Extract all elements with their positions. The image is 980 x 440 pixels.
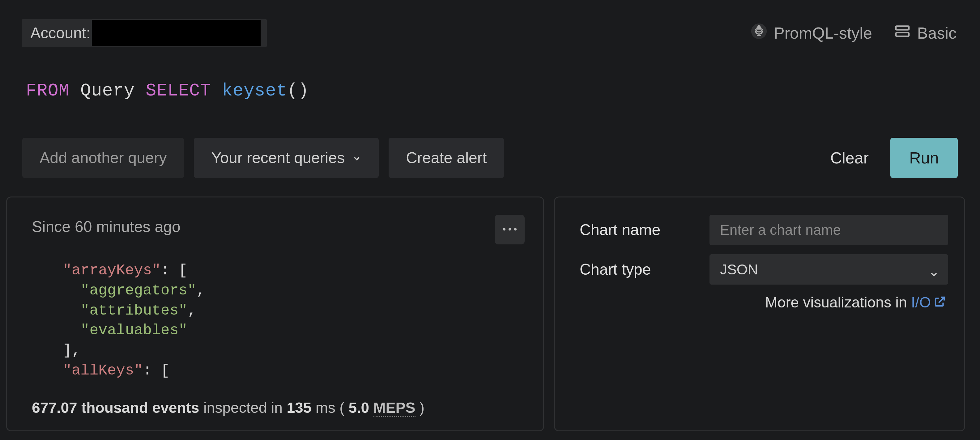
chart-type-select[interactable] [710, 254, 948, 284]
json-key-allkeys: "allKeys" [63, 362, 143, 379]
recent-queries-label: Your recent queries [211, 149, 345, 167]
basic-mode-button[interactable]: Basic [894, 22, 956, 44]
query-function: keyset [222, 81, 287, 101]
promql-mode-button[interactable]: PromQL-style [750, 22, 872, 44]
promql-mode-label: PromQL-style [774, 24, 872, 42]
clear-button[interactable]: Clear [830, 149, 869, 167]
chart-name-label: Chart name [580, 221, 691, 239]
keyword-select: SELECT [146, 81, 211, 101]
table-icon [894, 22, 911, 44]
create-alert-label: Create alert [406, 149, 487, 167]
stats-event-count: 677.07 thousand events [32, 400, 199, 416]
paren-close: ) [298, 81, 309, 101]
query-table: Query [80, 81, 135, 101]
results-more-button[interactable] [495, 215, 525, 245]
inspection-stats: 677.07 thousand events inspected in 135 … [32, 399, 425, 416]
json-val-0: "aggregators" [81, 282, 196, 299]
svg-rect-1 [896, 26, 909, 30]
json-val-1: "attributes" [81, 302, 188, 319]
create-alert-button[interactable]: Create alert [388, 138, 504, 178]
since-text: Since 60 minutes ago [32, 218, 527, 236]
chart-name-input[interactable] [710, 215, 948, 245]
stats-meps-label: MEPS [374, 400, 415, 417]
stats-meps-val: 5.0 [348, 400, 373, 416]
stats-ms: 135 [286, 400, 311, 416]
external-link-icon [931, 294, 946, 311]
run-button[interactable]: Run [890, 138, 958, 178]
mode-switch-group: PromQL-style Basic [750, 22, 956, 44]
io-link[interactable]: I/O [911, 294, 946, 311]
results-panel: Since 60 minutes ago "arrayKeys": [ "agg… [6, 197, 544, 431]
svg-rect-2 [896, 33, 909, 37]
recent-queries-button[interactable]: Your recent queries [194, 138, 379, 178]
ellipsis-icon [502, 227, 517, 232]
more-visualizations-line: More visualizations in I/O [580, 294, 948, 311]
svg-point-3 [503, 228, 506, 230]
account-value-redacted [92, 20, 261, 46]
paren-open: ( [287, 81, 298, 101]
add-another-query-button[interactable]: Add another query [22, 138, 184, 178]
chevron-down-icon [352, 149, 361, 167]
json-val-2: "evaluables" [81, 322, 188, 338]
run-label: Run [909, 149, 939, 167]
chart-type-label: Chart type [580, 261, 691, 278]
query-editor[interactable]: FROM Query SELECT keyset() [0, 47, 980, 101]
clear-label: Clear [830, 149, 869, 167]
json-key-arraykeys: "arrayKeys" [63, 262, 161, 279]
add-another-query-label: Add another query [40, 149, 167, 167]
keyword-from: FROM [26, 81, 70, 101]
json-output: "arrayKeys": [ "aggregators", "attribute… [63, 261, 527, 381]
svg-point-5 [514, 228, 517, 230]
prometheus-icon [750, 22, 768, 44]
account-selector[interactable]: Account: [22, 19, 267, 47]
account-label: Account: [30, 24, 91, 42]
chart-config-panel: Chart name Chart type More visualization… [554, 197, 965, 431]
svg-point-4 [509, 228, 511, 230]
basic-mode-label: Basic [917, 24, 956, 42]
